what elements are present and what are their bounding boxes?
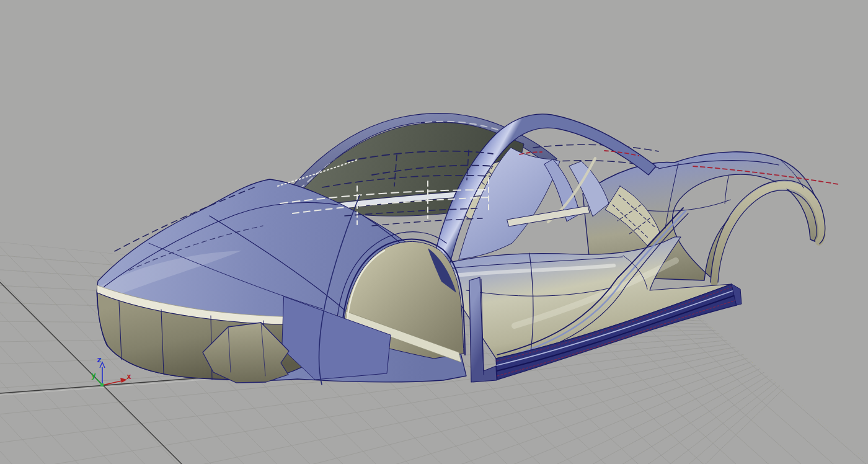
z-axis-label: z: [97, 355, 102, 364]
origin-marker: [100, 383, 104, 386]
car-model-canvas[interactable]: z y x: [0, 0, 868, 464]
x-axis-label: x: [126, 372, 131, 381]
3d-viewport[interactable]: z y x: [0, 0, 868, 464]
y-axis-label: y: [91, 370, 96, 380]
